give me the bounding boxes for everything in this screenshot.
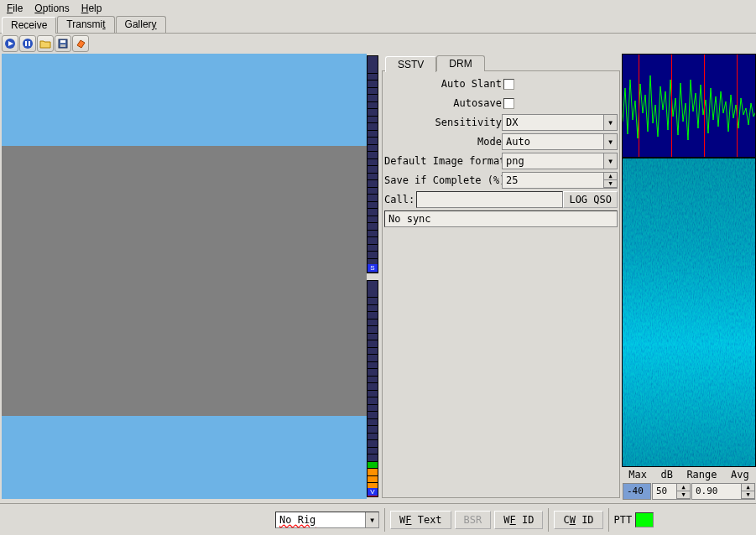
main-tabs: Receive Transmit Gallery xyxy=(0,16,756,33)
menubar: File Options Help xyxy=(0,0,756,16)
menu-options[interactable]: Options xyxy=(34,3,69,14)
call-label: Call: xyxy=(384,194,416,205)
spectrum-marker xyxy=(639,55,639,157)
cw-id-button[interactable]: CW ID xyxy=(554,511,602,529)
wf-max-label: Max xyxy=(628,469,647,480)
sensitivity-label: Sensitivity xyxy=(384,117,502,128)
save-complete-spinner[interactable]: 25 ▲▼ xyxy=(502,172,618,189)
tab-receive[interactable]: Receive xyxy=(2,17,56,34)
sub-tabs: SSTV DRM xyxy=(385,55,620,71)
wf-max-value: -40 xyxy=(623,484,650,499)
default-image-format-value: png xyxy=(503,155,603,167)
spinner-arrows-icon[interactable]: ▲▼ xyxy=(741,484,754,499)
image-top-band xyxy=(2,54,367,146)
wf-range-value: 50 xyxy=(653,484,676,499)
auto-slant-label: Auto Slant xyxy=(384,78,502,90)
wf-id-button[interactable]: WF ID xyxy=(494,511,543,529)
sensitivity-select[interactable]: DX ▾ xyxy=(502,114,618,131)
bottom-bar: No Rig ▾ WF Text BSR WF ID CW ID PTT xyxy=(0,503,756,535)
vu-label-s: S xyxy=(368,264,378,272)
settings-panel: SSTV DRM Auto Slant Autosave Sensitivity… xyxy=(380,54,622,499)
separator xyxy=(384,508,385,532)
menu-help[interactable]: Help xyxy=(81,3,102,14)
spectrum-marker xyxy=(704,55,705,157)
save-button[interactable] xyxy=(55,35,71,52)
tab-transmit[interactable]: Transmit xyxy=(57,16,114,33)
toolbar xyxy=(0,34,756,54)
spinner-arrows-icon[interactable]: ▲▼ xyxy=(676,484,690,499)
mode-label: Mode xyxy=(384,136,502,148)
tab-gallery[interactable]: Gallery xyxy=(116,16,166,33)
rig-value: No Rig xyxy=(276,514,365,526)
default-image-format-select[interactable]: png ▾ xyxy=(502,153,618,169)
mode-select[interactable]: Auto ▾ xyxy=(502,133,618,150)
waterfall-texture-icon xyxy=(623,158,756,467)
svg-marker-8 xyxy=(77,40,85,48)
svg-rect-4 xyxy=(29,41,30,46)
chevron-down-icon: ▾ xyxy=(603,153,617,169)
chevron-down-icon: ▾ xyxy=(365,512,378,527)
call-input[interactable] xyxy=(416,191,563,208)
play-button[interactable] xyxy=(2,35,18,52)
autosave-label: Autosave xyxy=(384,97,502,109)
svg-rect-3 xyxy=(25,41,27,46)
save-icon xyxy=(57,38,69,49)
tab-content: S V SSTV DRM xyxy=(0,33,756,501)
separator xyxy=(548,508,549,532)
chevron-down-icon: ▾ xyxy=(603,115,617,130)
pause-icon xyxy=(22,38,34,49)
waterfall-display[interactable] xyxy=(622,158,756,467)
svg-rect-7 xyxy=(60,44,65,47)
subtab-sstv[interactable]: SSTV xyxy=(385,56,436,72)
spectrum-display[interactable] xyxy=(622,54,756,158)
wf-avg-value: 0.90 xyxy=(692,484,741,499)
waterfall-header: Max dB Range Avg xyxy=(622,467,756,482)
vu-column: S V xyxy=(367,54,380,499)
right-column: Max dB Range Avg -40 50 ▲▼ 0.90 ▲▼ xyxy=(622,54,756,499)
vu-label-v: V xyxy=(368,488,378,496)
chevron-down-icon: ▾ xyxy=(603,134,617,149)
settings-box: Auto Slant Autosave Sensitivity DX ▾ Mod… xyxy=(382,70,620,498)
play-icon xyxy=(4,38,16,49)
menu-file[interactable]: File xyxy=(7,3,23,14)
save-complete-label: Save if Complete (%) xyxy=(384,174,502,186)
wf-text-button[interactable]: WF Text xyxy=(390,511,451,529)
erase-icon xyxy=(75,38,86,49)
bsr-button[interactable]: BSR xyxy=(455,511,492,529)
spinner-arrows-icon[interactable]: ▲▼ xyxy=(603,173,617,188)
svg-point-2 xyxy=(23,39,33,49)
default-image-format-label: Default Image format xyxy=(384,155,502,167)
subtab-drm[interactable]: DRM xyxy=(436,55,484,71)
wf-avg-spinner[interactable]: 0.90 ▲▼ xyxy=(691,483,755,500)
ptt-label: PTT xyxy=(614,514,633,526)
waterfall-controls: -40 50 ▲▼ 0.90 ▲▼ xyxy=(622,482,756,499)
autosave-checkbox[interactable] xyxy=(503,98,514,109)
folder-open-icon xyxy=(39,38,51,49)
image-gray-area xyxy=(2,146,367,416)
wf-max-spinner[interactable]: -40 xyxy=(623,483,651,500)
wf-avg-label: Avg xyxy=(731,469,749,480)
spectrum-marker xyxy=(737,55,738,157)
wf-db-label: dB xyxy=(660,469,672,480)
svg-rect-6 xyxy=(60,40,65,43)
status-field: No sync xyxy=(384,210,618,227)
auto-slant-checkbox[interactable] xyxy=(503,79,514,90)
wf-range-spinner[interactable]: 50 ▲▼ xyxy=(652,483,691,500)
sstv-image-panel xyxy=(2,54,367,499)
pause-button[interactable] xyxy=(19,35,36,52)
vu-meter-signal: S xyxy=(367,55,378,273)
mode-value: Auto xyxy=(503,136,603,148)
separator xyxy=(608,508,609,532)
sensitivity-value: DX xyxy=(503,117,603,128)
spectrum-marker xyxy=(671,55,672,157)
save-complete-value: 25 xyxy=(503,173,603,188)
erase-button[interactable] xyxy=(72,35,89,52)
open-button[interactable] xyxy=(37,35,54,52)
rig-select[interactable]: No Rig ▾ xyxy=(275,512,379,528)
image-bottom-band xyxy=(2,416,367,499)
ptt-indicator[interactable] xyxy=(635,512,654,527)
vu-meter-volume: V xyxy=(367,280,378,498)
wf-range-label: Range xyxy=(686,469,717,480)
svg-rect-11 xyxy=(623,158,756,467)
log-qso-button[interactable]: LOG QSO xyxy=(563,191,618,208)
